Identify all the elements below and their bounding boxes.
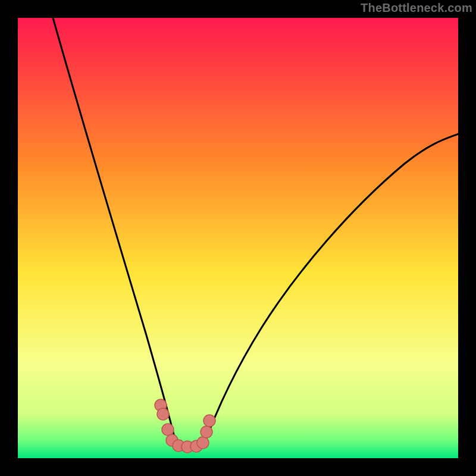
plot-area	[18, 18, 458, 458]
chart-frame: TheBottleneck.com	[0, 0, 476, 476]
svg-point-7	[197, 437, 209, 449]
svg-point-8	[201, 426, 212, 438]
svg-point-9	[203, 415, 215, 427]
svg-point-1	[157, 408, 169, 420]
gradient-background	[18, 18, 458, 458]
plot-svg	[18, 18, 458, 458]
watermark-text: TheBottleneck.com	[361, 1, 472, 15]
svg-point-2	[162, 424, 174, 436]
